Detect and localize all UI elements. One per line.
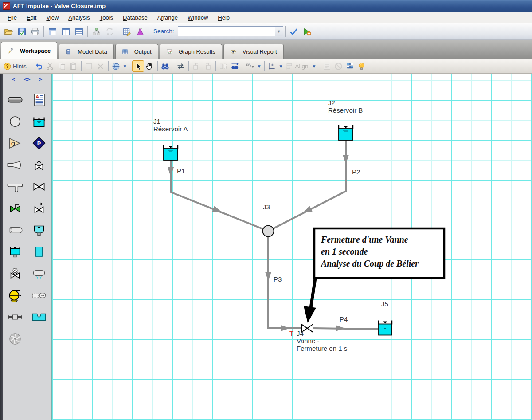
pipe-P3-label: P3 xyxy=(274,275,282,283)
tab-workspace[interactable]: Workspace xyxy=(1,42,57,59)
vacuum-breaker-junction[interactable] xyxy=(30,266,48,281)
control-valve-junction[interactable] xyxy=(6,201,24,216)
window-tile-horizontal-icon xyxy=(74,27,84,36)
menu-arrange[interactable]: Arrange xyxy=(153,13,183,22)
toolbar-separator xyxy=(243,61,243,71)
pan-hand-button[interactable] xyxy=(144,60,156,72)
globe-button[interactable] xyxy=(110,60,122,72)
branch-junction[interactable] xyxy=(6,114,24,129)
globe-dropdown-caret-icon[interactable]: ▼ xyxy=(122,64,128,69)
tab-model-data[interactable]: Model Data xyxy=(59,44,113,59)
cut-icon xyxy=(46,62,55,71)
undo-button[interactable] xyxy=(33,60,45,72)
spray-discharge-junction[interactable] xyxy=(6,266,24,281)
pipe-P3-flow-arrow-icon xyxy=(281,325,290,331)
toolbox-scroll-right[interactable]: > xyxy=(39,76,43,82)
relief-valve-junction[interactable] xyxy=(30,157,48,173)
toolbar-separator xyxy=(285,26,286,37)
junction-J2-reservoir-icon[interactable] xyxy=(339,125,353,140)
scale-find-button[interactable] xyxy=(229,60,241,72)
check-model-icon xyxy=(289,27,298,36)
tab-graph-results[interactable]: Graph Results xyxy=(160,44,222,59)
pump-junction[interactable] xyxy=(6,288,24,303)
assigned-pressure-junction[interactable]: P xyxy=(30,136,48,151)
pipe-P1[interactable] xyxy=(171,160,268,231)
menu-database[interactable]: Database xyxy=(118,13,153,22)
morph-pipe-dropdown-caret-icon[interactable]: ▼ xyxy=(256,64,262,69)
menu-analysis[interactable]: Analysis xyxy=(63,13,94,22)
workspace-canvas[interactable]: J1Réservoir AJ2Réservoir BJ3T J4Vanne -F… xyxy=(51,74,532,420)
pipe-tool[interactable] xyxy=(6,92,24,107)
junction-style-button[interactable] xyxy=(266,60,278,72)
gas-accumulator-junction[interactable] xyxy=(30,223,48,238)
menu-view[interactable]: View xyxy=(41,13,63,22)
pipe-P4[interactable] xyxy=(313,328,378,329)
tee-wye-junction[interactable] xyxy=(6,179,24,194)
run-model-button[interactable] xyxy=(301,25,314,38)
menu-file[interactable]: File xyxy=(3,13,22,22)
toolbar-separator xyxy=(118,26,118,37)
toolbar-separator xyxy=(43,26,44,37)
liquid-accumulator-junction[interactable] xyxy=(30,244,48,259)
workspace-layout-button[interactable] xyxy=(90,25,103,38)
window-tile-vertical-button[interactable] xyxy=(59,25,72,38)
sync-icon xyxy=(105,27,114,36)
toolbar-separator xyxy=(319,61,319,71)
assigned-flow-junction[interactable]: Q xyxy=(6,136,24,151)
hints-help-button[interactable]: ?Hints xyxy=(2,60,29,72)
area-change-junction[interactable] xyxy=(6,157,24,173)
model-data-tab-icon xyxy=(65,47,74,56)
toolbox-scroll-left[interactable]: < xyxy=(12,76,16,82)
delete-x-button xyxy=(95,60,106,72)
analysis-flask-button[interactable] xyxy=(133,25,147,38)
analysis-flask-icon xyxy=(136,27,145,36)
save-button[interactable] xyxy=(15,25,28,38)
search-dropdown-arrow-icon[interactable]: ▼ xyxy=(275,27,283,36)
valve-junction[interactable] xyxy=(30,179,48,194)
window-primary-button[interactable] xyxy=(46,25,59,38)
pipe-P4-label: P4 xyxy=(340,315,348,323)
check-model-button[interactable] xyxy=(287,25,301,38)
surge-tank-junction[interactable] xyxy=(6,244,24,259)
model-data-edit-button[interactable] xyxy=(120,25,133,38)
search-combobox[interactable]: ▼ xyxy=(178,26,283,36)
special-conditions-button[interactable] xyxy=(344,60,356,72)
pipe-P1-label: P1 xyxy=(177,167,185,175)
junction-J5-reservoir-icon[interactable] xyxy=(379,321,392,335)
annotation-pointer-arrow[interactable] xyxy=(304,279,316,323)
graph-tab-icon xyxy=(166,47,176,56)
pipe-P2-flow-arrow-icon xyxy=(301,206,313,216)
weir-junction[interactable] xyxy=(30,310,48,325)
select-arrow-button[interactable] xyxy=(132,60,144,72)
general-component-junction[interactable] xyxy=(30,288,48,303)
open-button[interactable] xyxy=(2,25,15,38)
toolbox-scroll-both[interactable]: <> xyxy=(23,76,30,82)
volume-balance-junction[interactable] xyxy=(6,310,24,325)
tab-output[interactable]: Output xyxy=(115,44,158,59)
align-tool-dropdown-caret-icon[interactable]: ▼ xyxy=(311,64,317,69)
junction-style-dropdown-caret-icon[interactable]: ▼ xyxy=(278,64,284,69)
search-input[interactable] xyxy=(178,27,275,36)
print-button[interactable] xyxy=(28,25,42,38)
menu-help[interactable]: Help xyxy=(213,13,235,22)
menu-window[interactable]: Window xyxy=(183,13,213,22)
find-binoculars-button[interactable] xyxy=(160,60,171,72)
morph-pipe-button[interactable] xyxy=(245,60,256,72)
reverse-direction-button[interactable] xyxy=(175,60,187,72)
pipe-P2[interactable] xyxy=(268,140,346,231)
title-bar[interactable]: AFT Impulse - Valve Closure.imp xyxy=(0,0,532,12)
window-tile-horizontal-button[interactable] xyxy=(72,25,86,38)
junction-toolbox: <<>> AQP xyxy=(3,74,51,420)
junction-J1-reservoir-icon[interactable] xyxy=(164,145,178,160)
lightbulb-button[interactable] xyxy=(356,60,367,72)
tab-visual-report[interactable]: Visual Report xyxy=(223,44,284,59)
menu-tools[interactable]: Tools xyxy=(95,13,118,22)
dead-end-junction[interactable] xyxy=(6,223,24,238)
reservoir-junction[interactable] xyxy=(30,114,48,129)
turbine-junction[interactable] xyxy=(6,331,24,346)
annotation-box[interactable]: Fermeture d'une Vanneen 1 secondeAnalyse… xyxy=(314,228,444,278)
annotation-tool[interactable]: A xyxy=(30,92,48,107)
junction-J3-branch-icon[interactable] xyxy=(263,226,274,237)
menu-edit[interactable]: Edit xyxy=(22,13,41,22)
check-valve-junction[interactable] xyxy=(30,201,48,216)
